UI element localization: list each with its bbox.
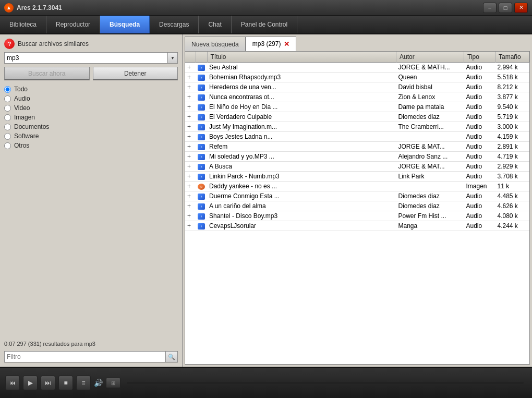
row-add-button[interactable]: + <box>185 63 196 73</box>
table-row[interactable]: +♪Seu AstralJORGE & MATH...Audio2.994 k <box>185 63 529 73</box>
row-add-button[interactable]: + <box>185 142 196 152</box>
radio-documentos[interactable]: Documentos <box>4 123 178 130</box>
audio-icon: ♪ <box>198 85 205 91</box>
row-title: El Niño de Hoy en Dia ... <box>207 102 396 112</box>
minimize-button[interactable]: − <box>483 3 497 13</box>
table-row[interactable]: +♪Mi soledad y yo.MP3 ...Alejandro Sanz … <box>185 152 529 162</box>
close-button[interactable]: ✕ <box>514 3 528 13</box>
nav-item-búsqueda[interactable]: Búsqueda <box>100 16 150 33</box>
table-row[interactable]: +♪El Verdadero CulpableDiomedes diazAudi… <box>185 112 529 122</box>
table-row[interactable]: +♪Herederos de una ven...David bisbalAud… <box>185 82 529 92</box>
row-title: Linkin Parck - Numb.mp3 <box>207 172 396 182</box>
row-add-button[interactable]: + <box>185 172 196 182</box>
radio-otros[interactable]: Otros <box>4 142 178 149</box>
help-icon: ? <box>4 39 15 49</box>
row-icon-cell: ♪ <box>196 191 207 201</box>
nav-item-descargas[interactable]: Descargas <box>150 16 199 33</box>
play-button[interactable]: ▶ <box>23 376 38 390</box>
status-text: 0:07 297 (331) resultados para mp3 <box>4 340 178 348</box>
audio-icon: ♪ <box>198 223 205 230</box>
row-icon-cell: ♪ <box>196 82 207 92</box>
row-author: The Cramberri... <box>396 122 464 132</box>
row-type: Audio <box>464 122 495 132</box>
row-add-button[interactable]: + <box>185 102 196 112</box>
row-title: A un cariño del alma <box>207 201 396 211</box>
row-type: Audio <box>464 211 495 221</box>
row-type: Audio <box>464 63 495 73</box>
search-now-button[interactable]: Buscar ahora <box>4 67 90 80</box>
table-row[interactable]: +♪Just My Imagination.m...The Cramberri.… <box>185 122 529 132</box>
row-type: Audio <box>464 172 495 182</box>
radio-audio-label: Audio <box>14 95 30 102</box>
row-type: Audio <box>464 142 495 152</box>
radio-audio[interactable]: Audio <box>4 95 178 102</box>
row-add-button[interactable]: + <box>185 132 196 142</box>
radio-software[interactable]: Software <box>4 132 178 140</box>
stop-button[interactable]: ■ <box>58 376 73 390</box>
table-row[interactable]: +♪A BuscaJORGE & MAT...Audio2.929 k <box>185 162 529 172</box>
row-size: 2.891 k <box>495 142 529 152</box>
row-add-button[interactable]: + <box>185 73 196 82</box>
row-author: Zion & Lenox <box>396 92 464 102</box>
app-title: Ares 2.1.7.3041 <box>17 4 62 11</box>
col-tipo: Tipo <box>464 52 495 63</box>
table-row[interactable]: +♪Linkin Parck - Numb.mp3Link ParkAudio3… <box>185 172 529 182</box>
radio-software-label: Software <box>14 132 39 140</box>
table-row[interactable]: +☺Daddy yankee - no es ...Imagen11 k <box>185 182 529 191</box>
row-add-button[interactable]: + <box>185 221 196 231</box>
table-row[interactable]: +♪Nunca encontraras ot...Zion & LenoxAud… <box>185 92 529 102</box>
helper-row: ? Buscar archivos similares <box>4 39 178 49</box>
stop-button[interactable]: Detener <box>93 67 178 80</box>
player-progress-bar <box>127 382 524 384</box>
title-bar: ▲ Ares 2.1.7.3041 − □ ✕ <box>0 0 532 16</box>
search-dropdown-button[interactable]: ▼ <box>167 52 178 64</box>
nav-item-reproductor[interactable]: Reproductor <box>46 16 100 33</box>
table-body: +♪Seu AstralJORGE & MATH...Audio2.994 k+… <box>185 63 529 231</box>
row-author: Queen <box>396 73 464 82</box>
maximize-button[interactable]: □ <box>499 3 512 13</box>
table-row[interactable]: +♪El Niño de Hoy en Dia ...Dame pa matal… <box>185 102 529 112</box>
row-add-button[interactable]: + <box>185 191 196 201</box>
tab-close-icon[interactable]: ✕ <box>284 41 289 47</box>
filter-input[interactable] <box>4 351 165 363</box>
row-add-button[interactable]: + <box>185 201 196 211</box>
nav-item-biblioteca[interactable]: Biblioteca <box>0 16 46 33</box>
radio-imagen[interactable]: Imagen <box>4 114 178 121</box>
radio-todo[interactable]: Todo <box>4 86 178 93</box>
title-bar-left: ▲ Ares 2.1.7.3041 <box>4 3 62 13</box>
next-button[interactable]: ⏭ <box>41 376 55 390</box>
tab-mp3[interactable]: mp3 (297) ✕ <box>246 37 297 51</box>
table-row[interactable]: +♪RefemJORGE & MAT...Audio2.891 k <box>185 142 529 152</box>
prev-button[interactable]: ⏮ <box>5 376 20 390</box>
row-type: Audio <box>464 221 495 231</box>
tab-nueva-busqueda[interactable]: Nueva búsqueda <box>185 37 246 51</box>
nav-item-panel-de-control[interactable]: Panel de Control <box>232 16 297 33</box>
filter-search-button[interactable]: 🔍 <box>165 351 178 363</box>
table-row[interactable]: +♪Bohemian Rhapsody.mp3QueenAudio5.518 k <box>185 73 529 82</box>
radio-video[interactable]: Video <box>4 104 178 112</box>
audio-icon: ♪ <box>198 134 205 140</box>
playlist-button[interactable]: ≡ <box>76 376 91 390</box>
audio-icon: ♪ <box>198 154 205 160</box>
row-add-button[interactable]: + <box>185 152 196 162</box>
table-row[interactable]: +♪Duerme Conmigo Esta ...Diomedes diazAu… <box>185 191 529 201</box>
table-row[interactable]: +♪A un cariño del almaDiomedes diazAudio… <box>185 201 529 211</box>
table-row[interactable]: +♪Shantel - Disco Boy.mp3Power Fm Hist .… <box>185 211 529 221</box>
row-icon-cell: ☺ <box>196 182 207 191</box>
row-add-button[interactable]: + <box>185 112 196 122</box>
row-add-button[interactable]: + <box>185 211 196 221</box>
row-add-button[interactable]: + <box>185 122 196 132</box>
table-row[interactable]: +♪CevapsLJsorularMangaAudio4.244 k <box>185 221 529 231</box>
row-type: Audio <box>464 201 495 211</box>
table-row[interactable]: +♪Boys Jestes Ladna n...Audio4.159 k <box>185 132 529 142</box>
row-add-button[interactable]: + <box>185 82 196 92</box>
table-header-row: Título Autor Tipo Tamaño <box>185 52 529 63</box>
nav-item-chat[interactable]: Chat <box>199 16 231 33</box>
row-size: 4.244 k <box>495 221 529 231</box>
main-content: ? Buscar archivos similares ▼ Buscar aho… <box>0 34 532 367</box>
monitor-button[interactable]: ⊞ <box>106 378 120 388</box>
row-add-button[interactable]: + <box>185 162 196 172</box>
search-input[interactable] <box>4 52 167 64</box>
row-add-button[interactable]: + <box>185 92 196 102</box>
row-add-button[interactable]: + <box>185 182 196 191</box>
